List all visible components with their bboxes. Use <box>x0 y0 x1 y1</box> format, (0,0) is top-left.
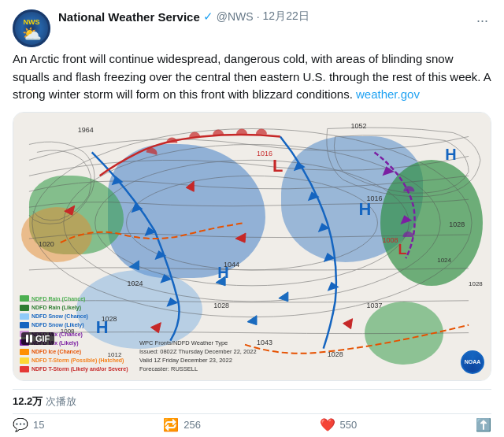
svg-marker-22 <box>186 181 194 191</box>
plays-label-text: 次播放 <box>46 395 76 407</box>
svg-marker-17 <box>400 215 412 224</box>
comment-count: 15 <box>33 419 44 431</box>
more-options-button[interactable]: ··· <box>473 9 491 32</box>
avatar[interactable] <box>13 9 50 47</box>
author-info: National Weather Service ✓ @NWS · 12月22日 <box>58 9 309 24</box>
legend-label-tstorm-possible: NDFD T-Storm (Possible) (Hatched) <box>32 356 124 365</box>
gif-badge[interactable]: GIF <box>21 332 54 345</box>
svg-marker-21 <box>343 318 353 328</box>
svg-marker-10 <box>166 297 178 306</box>
legend-label-rain-likely: NDFD Rain (Likely) <box>32 303 81 312</box>
svg-marker-23 <box>130 260 139 269</box>
stats-row: 12.2万 次播放 <box>13 389 491 413</box>
like-icon: ❤️ <box>320 417 335 432</box>
legend-label-ice-chance: NDFD Ice (Chance) <box>32 347 81 356</box>
retweet-icon: 🔁 <box>163 417 179 432</box>
tweet-actions: 💬 15 🔁 256 ❤️ 550 ⬆️ <box>13 413 491 438</box>
l-label-2: L <box>398 241 406 257</box>
map-valid: Valid 1Z Friday December 23, 2022 <box>139 356 257 365</box>
legend-item-ice-chance: NDFD Ice (Chance) <box>20 347 128 356</box>
comment-icon: 💬 <box>13 417 28 432</box>
svg-text:1037: 1037 <box>367 301 383 309</box>
legend-color-rain-chance <box>20 295 29 302</box>
like-action[interactable]: ❤️ 550 <box>320 417 358 432</box>
svg-text:1028: 1028 <box>469 280 483 287</box>
noaa-logo: NOAA <box>461 350 484 374</box>
svg-text:1020: 1020 <box>39 240 54 248</box>
legend-color-snow-likely <box>20 322 29 328</box>
svg-text:1024: 1024 <box>437 256 451 263</box>
svg-text:1964: 1964 <box>78 126 94 134</box>
svg-marker-7 <box>144 227 156 236</box>
tweet-image[interactable]: H H H H L L 1964 1052 1028 1044 1020 102… <box>13 112 491 381</box>
legend-item-tstorm-possible: NDFD T-Storm (Possible) (Hatched) <box>20 356 128 365</box>
retweet-action[interactable]: 🔁 256 <box>163 417 201 432</box>
plays-count: 12.2万 <box>13 395 43 407</box>
plays-stat: 12.2万 次播放 <box>13 394 76 409</box>
legend-item-tstorm-likely: NDFD T-Storm (Likely and/or Severe) <box>20 365 128 373</box>
legend-color-tstorm-possible <box>20 357 29 364</box>
retweet-count: 256 <box>183 419 201 431</box>
svg-marker-18 <box>65 206 75 215</box>
share-icon: ⬆️ <box>476 417 491 432</box>
svg-text:1028: 1028 <box>328 350 343 357</box>
svg-text:1043: 1043 <box>257 338 272 346</box>
pause-bar-2 <box>30 335 32 343</box>
gif-label: GIF <box>35 334 50 343</box>
svg-point-1 <box>32 128 472 317</box>
legend-color-tstorm-likely <box>20 366 29 372</box>
svg-text:1028: 1028 <box>213 301 229 309</box>
legend-label-snow-chance: NDFD Snow (Chance) <box>32 312 88 320</box>
share-action[interactable]: ⬆️ <box>476 417 491 432</box>
legend-label-rain-chance: NDFD Rain (Chance) <box>32 294 85 303</box>
svg-point-2 <box>64 144 440 301</box>
svg-text:1016: 1016 <box>367 194 383 202</box>
legend-item-rain-chance: NDFD Rain (Chance) <box>20 294 128 303</box>
svg-text:1052: 1052 <box>351 122 367 130</box>
svg-text:1016: 1016 <box>257 150 272 157</box>
tweet-header-left: National Weather Service ✓ @NWS · 12月22日 <box>13 9 309 47</box>
tweet-date: 12月22日 <box>263 9 309 24</box>
like-count: 550 <box>340 419 358 431</box>
svg-marker-20 <box>235 233 246 243</box>
map-footer-text: WPC Fronts/NDFD Weather Type Issued: 080… <box>139 339 257 374</box>
map-issued: Issued: 0802Z Thursday December 22, 2022 <box>139 347 257 356</box>
svg-text:1044: 1044 <box>224 260 239 268</box>
l-label-1: L <box>272 156 283 176</box>
nws-avatar-circle <box>13 9 50 47</box>
tweet-text: An Arctic front will continue widespread… <box>13 50 491 104</box>
legend-item-snow-likely: NDFD Snow (Likely) <box>20 320 128 329</box>
weather-map: H H H H L L 1964 1052 1028 1044 1020 102… <box>13 113 491 380</box>
legend-item-snow-chance: NDFD Snow (Chance) <box>20 312 128 320</box>
svg-marker-19 <box>150 322 161 332</box>
h-label-4: H <box>445 146 456 163</box>
legend-color-snow-chance <box>20 313 29 320</box>
svg-marker-26 <box>279 291 288 301</box>
tweet-card: National Weather Service ✓ @NWS · 12月22日… <box>0 0 504 437</box>
author-handle[interactable]: @NWS <box>217 10 254 23</box>
pause-bar-1 <box>26 335 28 343</box>
legend-item-rain-likely: NDFD Rain (Likely) <box>20 303 128 312</box>
legend-label-snow-likely: NDFD Snow (Likely) <box>32 320 84 329</box>
svg-text:1024: 1024 <box>128 279 143 287</box>
legend-label-tstorm-likely: NDFD T-Storm (Likely and/or Severe) <box>32 365 128 373</box>
svg-marker-15 <box>328 281 339 291</box>
comment-action[interactable]: 💬 15 <box>13 417 44 432</box>
legend-color-ice-chance <box>20 349 29 355</box>
author-name[interactable]: National Weather Service <box>58 10 200 24</box>
dot-separator: · <box>257 10 260 23</box>
svg-text:1028: 1028 <box>449 220 465 228</box>
tweet-header: National Weather Service ✓ @NWS · 12月22日… <box>13 9 491 47</box>
legend-color-rain-likely <box>20 305 29 311</box>
author-name-row: National Weather Service ✓ @NWS · 12月22日 <box>58 9 309 24</box>
verified-icon: ✓ <box>203 9 213 24</box>
tweet-link[interactable]: weather.gov <box>356 87 420 101</box>
svg-point-3 <box>95 160 410 285</box>
pause-icon <box>26 335 32 343</box>
map-title: WPC Fronts/NDFD Weather Type <box>139 339 257 347</box>
svg-text:1008: 1008 <box>382 236 398 244</box>
map-forecaster: Forecaster: RUSSELL <box>139 365 257 373</box>
